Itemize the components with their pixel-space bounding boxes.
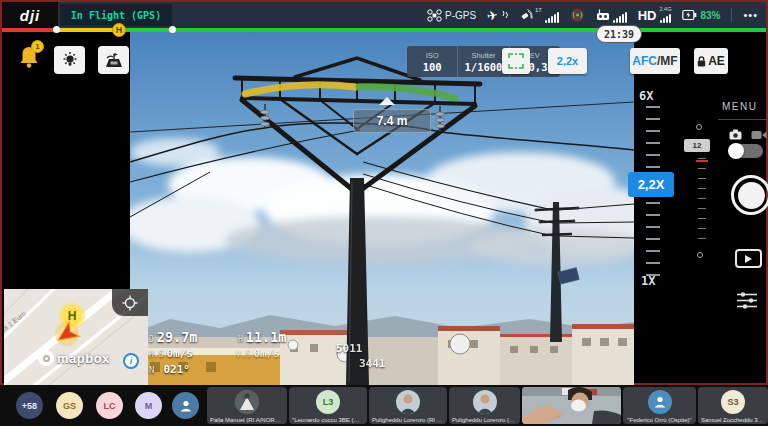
- remote-controller-indicator[interactable]: [596, 7, 627, 23]
- playback-button[interactable]: [735, 249, 762, 268]
- play-icon: [745, 255, 752, 263]
- hd-transmission-indicator[interactable]: HD 2.4G: [638, 7, 672, 23]
- map-recenter-button[interactable]: [112, 289, 148, 316]
- more-menu-button[interactable]: •••: [743, 9, 758, 21]
- zoom-current-badge[interactable]: 2,2X: [628, 172, 674, 197]
- gps-signal-indicator[interactable]: 17: [520, 7, 559, 23]
- time-pill: 21:39: [596, 25, 642, 43]
- overflow-count: +58: [22, 401, 37, 411]
- avatar-photo: [396, 390, 420, 414]
- timeline-safe-segment: [119, 28, 766, 32]
- battery-percent: 83%: [700, 10, 720, 21]
- flight-mode-indicator[interactable]: P-GPS: [427, 7, 476, 23]
- obstacle-distance-value: 7.4 m: [377, 114, 408, 128]
- video-mode-icon[interactable]: [751, 130, 767, 140]
- gimbal-dial-top-dot: [696, 124, 702, 130]
- shutter-setting[interactable]: Shutter 1/1600: [457, 46, 508, 77]
- winch-platform-icon: [104, 51, 124, 69]
- dji-logo-text: dji: [20, 7, 41, 24]
- participant-tile[interactable]: "Federico Orrù (Ospite)": [623, 387, 696, 424]
- notification-badge: 1: [31, 40, 44, 53]
- map-info-button[interactable]: i: [123, 353, 139, 369]
- mapbox-attribution: mapbox: [38, 350, 110, 366]
- avatar-initials: M: [145, 401, 153, 411]
- height-label: H: [238, 335, 243, 344]
- notification-count: 1: [35, 42, 39, 51]
- topbar-divider: [731, 8, 732, 22]
- avatar-initials: LC: [104, 401, 116, 411]
- exposure-panel[interactable]: ISO 100 Shutter 1/1600 EV -0,3: [407, 46, 560, 77]
- hd-signal-bars: [660, 13, 671, 23]
- coordinate-b-value: 3441: [359, 357, 386, 370]
- participant-name: "Federico Orrù (Ospite)": [623, 417, 696, 423]
- coordinate-a-value: 5011: [336, 342, 363, 355]
- obstacle-arrow-icon: [379, 97, 395, 105]
- participant-name: Samuel Zoccheddu 3De: [698, 417, 768, 423]
- avatar: [648, 390, 672, 414]
- menu-label[interactable]: MENU: [722, 101, 757, 112]
- vision-sensor-indicator[interactable]: [570, 7, 585, 23]
- avatar-initials: GS: [63, 401, 76, 411]
- shutter-button[interactable]: [731, 175, 768, 215]
- dji-logo: dji: [2, 2, 58, 28]
- avatar: S3: [721, 390, 745, 414]
- participant-tile[interactable]: L3 "Leonardo cuccu 3BE (Ospite)": [289, 387, 367, 424]
- toggle-knob: [728, 143, 744, 159]
- shutter-value: 1/1600: [465, 61, 503, 73]
- spotlight-button[interactable]: [54, 46, 85, 74]
- rc-signal-indicator[interactable]: ✈: [487, 7, 509, 23]
- height-readout: H 11.1m: [238, 329, 286, 345]
- rc-signal-bars: [613, 13, 627, 23]
- participant-avatar-gs[interactable]: GS: [56, 392, 83, 419]
- participant-video-tile[interactable]: [522, 387, 621, 424]
- hspeed-readout: H.S 0m/s: [149, 347, 193, 360]
- accessory-winch-button[interactable]: [98, 46, 129, 74]
- mapbox-wordmark: mapbox: [57, 351, 110, 366]
- flight-status-text: In Flight (GPS): [71, 10, 161, 21]
- gps-signal-bars: [545, 13, 559, 23]
- zoom-max-label: 6X: [639, 89, 653, 103]
- iso-setting[interactable]: ISO 100: [407, 46, 457, 77]
- focus-mode-button[interactable]: AFC/MF: [630, 48, 680, 74]
- minimap[interactable]: rsa 1 Euro H mapbox: [4, 289, 148, 385]
- dji-app-window: dji In Flight (GPS) P-GPS ✈: [0, 0, 768, 385]
- zoom-ratio-button[interactable]: 2,2x: [548, 48, 587, 74]
- focus-bracket-icon: [508, 53, 524, 69]
- participant-tile[interactable]: Puligheddu Lorenzo (RI A/NORD O...: [369, 387, 447, 424]
- hspeed-value: 0m/s: [166, 347, 193, 360]
- gimbal-zero-mark: [696, 160, 708, 162]
- mapbox-logo-icon: [38, 350, 54, 366]
- focus-target-button[interactable]: [502, 48, 530, 74]
- height-value: 11.1m: [246, 329, 287, 345]
- participant-tile[interactable]: S3 Samuel Zoccheddu 3De: [698, 387, 768, 424]
- gimbal-pitch-text: 12: [693, 141, 702, 150]
- signal-waves-icon: [501, 10, 509, 20]
- photo-mode-icon[interactable]: [729, 129, 742, 140]
- participant-name: Puligheddu Lorenzo (RI A/NORD O...: [449, 417, 520, 423]
- participant-name: Palla Manuel (RI A/NORD OVEST): [207, 417, 287, 423]
- distance-label: D: [149, 335, 154, 344]
- drone-icon: [427, 9, 442, 22]
- shutter-label: Shutter: [471, 51, 495, 60]
- aircraft-signal-icon: ✈: [486, 7, 499, 24]
- afc-label: AFC: [632, 54, 657, 68]
- participant-tile[interactable]: Palla Manuel (RI A/NORD OVEST): [207, 387, 287, 424]
- heading-value: 021°: [163, 363, 190, 376]
- gimbal-pitch-scale[interactable]: [698, 158, 706, 248]
- battery-indicator[interactable]: 83%: [682, 7, 720, 23]
- ae-lock-button[interactable]: AE: [694, 48, 728, 74]
- satellite-icon: [520, 9, 534, 22]
- participant-name: Puligheddu Lorenzo (RI A/NORD O...: [369, 417, 447, 423]
- timeline-threshold-dot: [53, 26, 60, 33]
- participant-avatar-lc[interactable]: LC: [96, 392, 123, 419]
- overflow-participants-button[interactable]: +58: [16, 392, 43, 419]
- photo-video-toggle[interactable]: [729, 144, 763, 158]
- timeline-current-dot: [169, 26, 176, 33]
- avatar: [235, 390, 259, 414]
- participant-avatar-m[interactable]: M: [135, 392, 162, 419]
- participant-tile[interactable]: Puligheddu Lorenzo (RI A/NORD O...: [449, 387, 520, 424]
- settings-sliders-button[interactable]: [736, 291, 758, 310]
- distance-readout: D 29.7m: [149, 329, 197, 345]
- participant-avatar-anon[interactable]: [172, 392, 199, 419]
- camera-feed[interactable]: [130, 32, 634, 385]
